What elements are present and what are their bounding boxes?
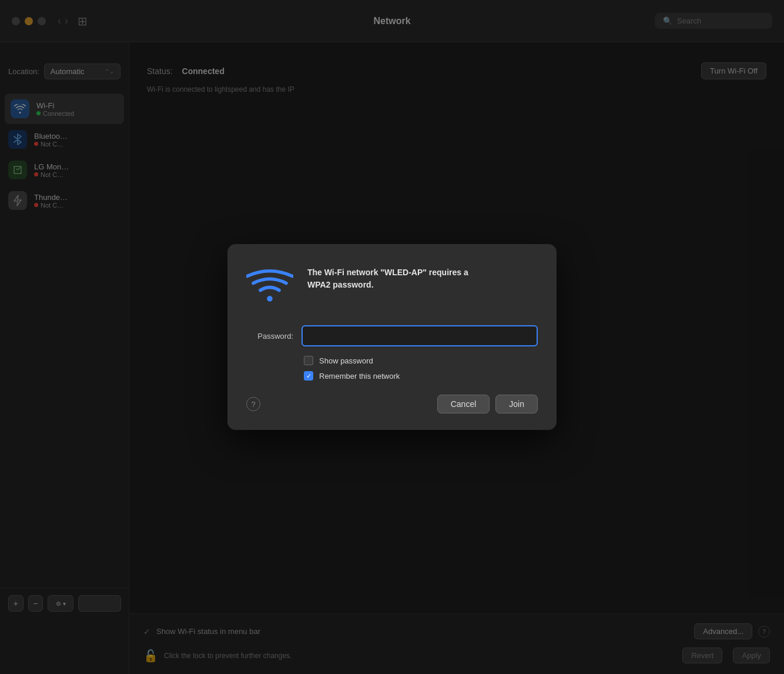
svg-point-0 [267,296,273,302]
password-input[interactable] [301,325,538,346]
dialog-header: The Wi-Fi network "WLED-AP" requires aWP… [246,262,538,309]
remember-network-checkbox[interactable] [304,371,313,381]
show-password-label: Show password [319,356,373,365]
show-password-checkbox[interactable] [304,356,313,365]
join-button[interactable]: Join [495,395,538,413]
password-label: Password: [246,332,293,341]
dialog-buttons: Cancel Join [437,395,538,413]
wifi-large-icon [246,262,293,309]
cancel-button[interactable]: Cancel [437,395,490,413]
show-password-row: Show password [304,356,538,365]
wifi-password-dialog: The Wi-Fi network "WLED-AP" requires aWP… [227,244,557,430]
remember-network-row: Remember this network [304,371,538,381]
dialog-title: The Wi-Fi network "WLED-AP" requires aWP… [307,262,468,291]
remember-network-label: Remember this network [319,372,400,381]
dialog-title-text: The Wi-Fi network "WLED-AP" requires aWP… [307,268,468,289]
password-row: Password: [246,325,538,346]
dialog-help-button[interactable]: ? [246,397,260,411]
dialog-footer: ? Cancel Join [246,395,538,413]
